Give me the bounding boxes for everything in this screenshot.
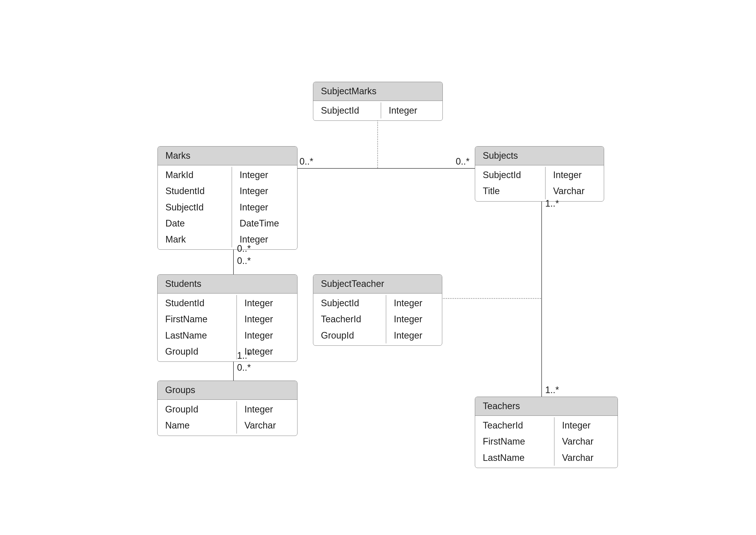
- edge-subjects-teachers: [541, 199, 542, 397]
- table-row: GroupId Integer: [158, 401, 297, 417]
- multiplicity-label: 1..*: [545, 198, 559, 209]
- field-type: Integer: [237, 401, 297, 417]
- entity-title: SubjectTeacher: [321, 278, 384, 289]
- edge-marks-subjects: [296, 168, 476, 169]
- field-name: GroupId: [158, 343, 237, 359]
- entity-header: Marks: [158, 147, 297, 165]
- field-name: SubjectId: [158, 199, 232, 215]
- table-row: Title Varchar: [475, 183, 604, 199]
- field-name: SubjectId: [313, 102, 381, 119]
- table-row: Date DateTime: [158, 215, 297, 231]
- entity-header: Teachers: [475, 397, 618, 416]
- field-name: StudentId: [158, 183, 232, 199]
- table-row: SubjectId Integer: [158, 199, 297, 215]
- entity-subjectteacher: SubjectTeacher SubjectId Integer Teacher…: [313, 274, 442, 346]
- field-name: TeacherId: [313, 311, 386, 327]
- table-row: MarkId Integer: [158, 167, 297, 183]
- field-type: Integer: [386, 327, 442, 343]
- table-row: LastName Varchar: [475, 450, 618, 466]
- field-name: MarkId: [158, 167, 232, 183]
- entity-header: Groups: [158, 381, 297, 400]
- entity-title: Marks: [165, 150, 190, 161]
- field-name: StudentId: [158, 295, 237, 311]
- field-type: DateTime: [232, 215, 297, 231]
- field-type: Varchar: [545, 183, 604, 199]
- entity-title: Teachers: [483, 401, 520, 411]
- multiplicity-label: 0..*: [237, 243, 251, 254]
- multiplicity-label: 1..*: [545, 385, 559, 395]
- multiplicity-label: 0..*: [237, 256, 251, 266]
- entity-subjectmarks: SubjectMarks SubjectId Integer: [313, 82, 443, 121]
- multiplicity-label: 0..*: [456, 156, 470, 167]
- table-row: SubjectId Integer: [475, 167, 604, 183]
- table-row: FirstName Integer: [158, 311, 297, 327]
- field-name: GroupId: [158, 401, 237, 417]
- multiplicity-label: 0..*: [237, 362, 251, 373]
- entity-title: Groups: [165, 385, 195, 395]
- field-name: GroupId: [313, 327, 386, 343]
- table-row: GroupId Integer: [313, 327, 442, 343]
- field-type: Varchar: [554, 433, 618, 449]
- table-row: SubjectId Integer: [313, 102, 443, 119]
- multiplicity-label: 0..*: [300, 156, 313, 167]
- field-type: Integer: [554, 417, 618, 433]
- entity-header: Students: [158, 275, 297, 294]
- field-name: LastName: [475, 450, 554, 466]
- field-type: Integer: [232, 183, 297, 199]
- table-row: StudentId Integer: [158, 295, 297, 311]
- entity-subjects: Subjects SubjectId Integer Title Varchar: [475, 146, 604, 202]
- table-row: TeacherId Integer: [313, 311, 442, 327]
- field-name: TeacherId: [475, 417, 554, 433]
- field-name: Title: [475, 183, 545, 199]
- table-row: Name Varchar: [158, 417, 297, 433]
- field-type: Integer: [232, 167, 297, 183]
- field-type: Integer: [237, 295, 297, 311]
- field-type: Integer: [386, 311, 442, 327]
- table-row: LastName Integer: [158, 327, 297, 343]
- entity-teachers: Teachers TeacherId Integer FirstName Var…: [475, 397, 618, 468]
- table-row: StudentId Integer: [158, 183, 297, 199]
- table-row: GroupId Integer: [158, 343, 297, 359]
- field-name: Date: [158, 215, 232, 231]
- field-name: Mark: [158, 231, 232, 247]
- entity-groups: Groups GroupId Integer Name Varchar: [157, 380, 298, 436]
- field-name: FirstName: [475, 433, 554, 449]
- table-row: Mark Integer: [158, 231, 297, 247]
- entity-title: Subjects: [483, 150, 518, 161]
- entity-header: SubjectMarks: [313, 82, 443, 101]
- field-type: Integer: [386, 295, 442, 311]
- entity-students: Students StudentId Integer FirstName Int…: [157, 274, 298, 362]
- field-name: SubjectId: [313, 295, 386, 311]
- entity-marks: Marks MarkId Integer StudentId Integer S…: [158, 146, 298, 250]
- field-type: Integer: [232, 199, 297, 215]
- entity-title: SubjectMarks: [321, 86, 376, 96]
- field-type: Integer: [237, 327, 297, 343]
- edge-subjects-teachers-assoc: [441, 298, 541, 299]
- field-name: LastName: [158, 327, 237, 343]
- table-row: TeacherId Integer: [475, 417, 618, 433]
- er-diagram-canvas: SubjectMarks SubjectId Integer Marks Mar…: [0, 0, 756, 535]
- field-name: Name: [158, 417, 237, 433]
- field-type: Integer: [381, 102, 443, 119]
- field-type: Varchar: [237, 417, 297, 433]
- field-name: SubjectId: [475, 167, 545, 183]
- table-row: SubjectId Integer: [313, 295, 442, 311]
- table-row: FirstName Varchar: [475, 433, 618, 449]
- field-name: FirstName: [158, 311, 237, 327]
- entity-header: SubjectTeacher: [313, 275, 442, 294]
- field-type: Integer: [545, 167, 604, 183]
- field-type: Integer: [237, 311, 297, 327]
- entity-header: Subjects: [475, 147, 604, 165]
- multiplicity-label: 1..*: [237, 350, 251, 361]
- edge-marks-subjects-assoc: [377, 118, 378, 168]
- field-type: Varchar: [554, 450, 618, 466]
- entity-title: Students: [165, 278, 201, 289]
